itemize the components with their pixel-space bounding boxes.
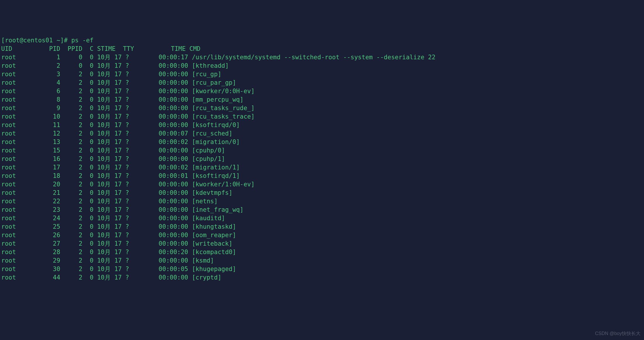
prompt-line: [root@centos01 ~]# ps -ef	[1, 37, 93, 44]
terminal-output[interactable]: [root@centos01 ~]# ps -ef UID PID PPID C…	[1, 36, 643, 282]
watermark-text: CSDN @boy快快长大	[595, 329, 640, 338]
header-line: UID PID PPID C STIME TTY TIME CMD	[1, 45, 201, 52]
process-rows: root 1 0 0 10月 17 ? 00:00:17 /usr/lib/sy…	[1, 54, 436, 281]
